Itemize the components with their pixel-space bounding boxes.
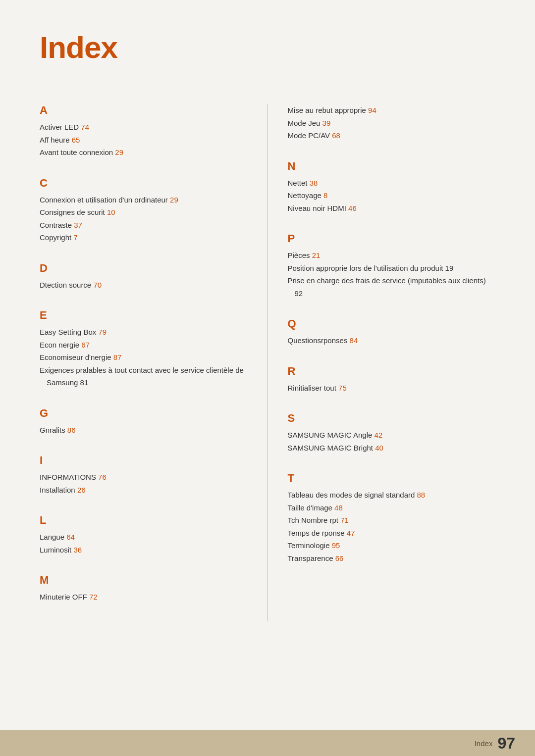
index-section: AActiver LED 74Aff heure 65Avant toute c… <box>40 104 248 159</box>
footer: Index 97 <box>0 730 535 756</box>
list-item: Activer LED 74 <box>40 121 248 134</box>
list-item: Aff heure 65 <box>40 134 248 147</box>
page-ref: 66 <box>335 554 344 562</box>
list-item: Taille d'image 48 <box>288 502 496 514</box>
page-ref: 74 <box>81 123 89 131</box>
section-letter: L <box>40 514 248 527</box>
list-item: Copyright 7 <box>40 231 248 244</box>
page-ref: 79 <box>98 328 107 336</box>
list-item: Connexion et utilisation d'un ordinateur… <box>40 194 248 206</box>
list-item: SAMSUNG MAGIC Angle 42 <box>288 429 496 442</box>
list-item: Nettet 38 <box>288 177 496 190</box>
section-letter: T <box>288 472 496 485</box>
page-ref: 39 <box>322 119 331 127</box>
left-column: AActiver LED 74Aff heure 65Avant toute c… <box>40 104 268 621</box>
right-column: Mise au rebut approprie 94Mode Jeu 39Mod… <box>268 104 496 621</box>
columns-wrapper: AActiver LED 74Aff heure 65Avant toute c… <box>40 104 495 621</box>
section-letter: G <box>40 407 248 420</box>
page-ref: 21 <box>312 251 321 259</box>
list-item: Position approprie lors de l'utilisation… <box>288 262 496 275</box>
page-ref: 92 <box>295 289 303 298</box>
list-item: Mode Jeu 39 <box>288 117 496 130</box>
index-section: GGnralits 86 <box>40 407 248 437</box>
list-item: Tch Nombre rpt 71 <box>288 514 496 527</box>
page-ref: 76 <box>98 473 107 481</box>
page-ref: 75 <box>338 384 347 392</box>
page-ref: 37 <box>74 221 82 229</box>
page-ref: 46 <box>348 204 357 212</box>
index-section: QQuestionsrponses 84 <box>288 317 496 347</box>
list-item: Exigences pralables à tout contact avec … <box>40 364 248 389</box>
page-ref: 26 <box>77 486 86 494</box>
list-item: Dtection source 70 <box>40 279 248 292</box>
page-ref: 65 <box>72 136 80 144</box>
page-ref: 70 <box>93 281 102 289</box>
section-letter: R <box>288 365 496 378</box>
index-section: LLangue 64Luminosit 36 <box>40 514 248 556</box>
index-section: TTableau des modes de signal standard 88… <box>288 472 496 564</box>
page-ref: 29 <box>170 196 178 204</box>
page-ref: 72 <box>89 593 98 601</box>
list-item: INFORMATIONS 76 <box>40 471 248 484</box>
page-ref: 47 <box>347 529 355 537</box>
section-letter: I <box>40 454 248 467</box>
list-item: Questionsrponses 84 <box>288 334 496 347</box>
list-item: Transparence 66 <box>288 552 496 565</box>
list-item: Avant toute connexion 29 <box>40 146 248 159</box>
index-section: IINFORMATIONS 76Installation 26 <box>40 454 248 496</box>
list-item: Niveau noir HDMI 46 <box>288 202 496 215</box>
index-section: MMinuterie OFF 72 <box>40 574 248 604</box>
section-letter: N <box>288 160 496 173</box>
list-item: Pièces 21 <box>288 249 496 262</box>
page-ref: 71 <box>340 516 349 524</box>
list-item: Contraste 37 <box>40 219 248 232</box>
index-section: CConnexion et utilisation d'un ordinateu… <box>40 177 248 244</box>
index-section: EEasy Setting Box 79Econ nergie 67Econom… <box>40 309 248 389</box>
section-letter: P <box>288 232 496 245</box>
list-item: Econ nergie 67 <box>40 339 248 352</box>
section-letter: D <box>40 262 248 275</box>
list-item: Langue 64 <box>40 531 248 544</box>
list-item: Prise en charge des frais de service (im… <box>288 274 496 300</box>
section-letter: A <box>40 104 248 117</box>
section-letter: Q <box>288 317 496 330</box>
page-ref: 87 <box>113 353 122 361</box>
list-item: Mise au rebut approprie 94 <box>288 104 496 117</box>
list-item: Luminosit 36 <box>40 544 248 556</box>
list-item: Tableau des modes de signal standard 88 <box>288 489 496 502</box>
footer-label: Index <box>475 739 493 748</box>
list-item: Mode PC/AV 68 <box>288 129 496 142</box>
page-number: 97 <box>497 734 515 753</box>
page-ref: 42 <box>374 431 383 439</box>
page-ref: 40 <box>375 444 383 452</box>
list-item: Installation 26 <box>40 484 248 497</box>
page-ref: 81 <box>80 378 89 387</box>
page-container: Index AActiver LED 74Aff heure 65Avant t… <box>0 0 535 756</box>
list-item: Consignes de scurit 10 <box>40 206 248 219</box>
index-section: SSAMSUNG MAGIC Angle 42SAMSUNG MAGIC Bri… <box>288 412 496 454</box>
page-title: Index <box>40 30 495 65</box>
page-ref: 48 <box>334 504 343 512</box>
page-ref: 19 <box>445 264 454 272</box>
page-ref: 64 <box>66 533 75 541</box>
list-item: Nettoyage 8 <box>288 189 496 202</box>
page-ref: 88 <box>417 491 426 499</box>
page-ref: 36 <box>73 546 82 554</box>
page-ref: 38 <box>310 179 318 187</box>
page-ref: 94 <box>368 106 376 114</box>
page-ref: 95 <box>332 541 340 550</box>
index-section: DDtection source 70 <box>40 262 248 292</box>
page-ref: 86 <box>67 426 76 434</box>
index-section: Mise au rebut approprie 94Mode Jeu 39Mod… <box>288 104 496 142</box>
section-letter: E <box>40 309 248 322</box>
page-ref: 29 <box>115 148 123 156</box>
page-ref: 8 <box>323 191 327 200</box>
page-ref: 68 <box>332 131 340 140</box>
index-section: NNettet 38Nettoyage 8Niveau noir HDMI 46 <box>288 160 496 215</box>
list-item: Gnralits 86 <box>40 424 248 437</box>
page-ref: 7 <box>73 233 77 242</box>
divider <box>40 74 495 74</box>
section-letter: S <box>288 412 496 425</box>
list-item: Economiseur d'nergie 87 <box>40 351 248 364</box>
section-letter: M <box>40 574 248 587</box>
